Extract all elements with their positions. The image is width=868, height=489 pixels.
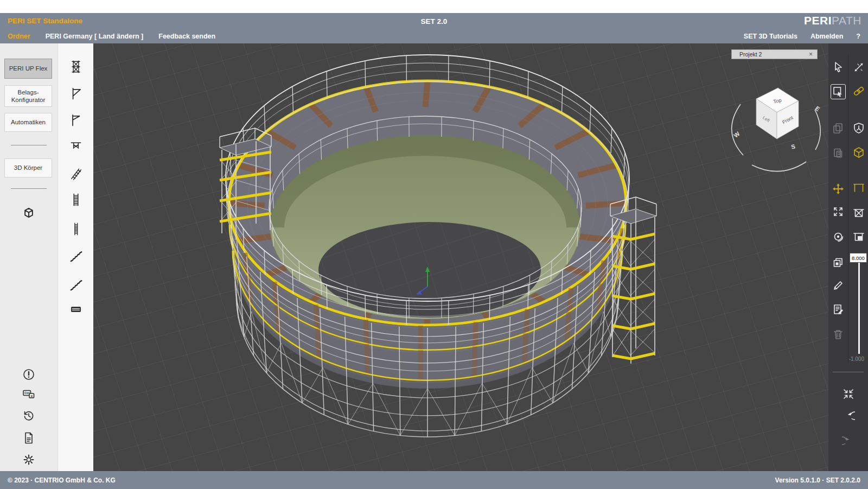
menu-tutorials[interactable]: SET 3D Tutorials: [744, 33, 797, 40]
menu-row: Ordner PERI Germany [ Land ändern ] Feed…: [0, 29, 868, 43]
frame-box-tool-icon[interactable]: [852, 230, 865, 243]
title-row: PERI SET Standalone SET 2.0 PERIPATH: [0, 13, 868, 29]
tool-deck-plank-icon[interactable]: [70, 303, 82, 315]
settings-gear-icon[interactable]: [22, 453, 35, 466]
project-tab-label: Projekt 2: [732, 51, 809, 58]
tool-stair-run-icon[interactable]: [69, 249, 83, 263]
level-slider-value[interactable]: 8.000: [850, 253, 867, 263]
history-icon[interactable]: [22, 409, 35, 422]
version-text: Version 5.0.1.0 · SET 2.0.2.0: [775, 477, 860, 484]
level-slider[interactable]: [858, 263, 860, 354]
tool-console-bracket-icon[interactable]: [69, 86, 83, 100]
top-white-strip: [0, 0, 868, 13]
button-belags-konfigurator[interactable]: Belags-Konfigurator: [4, 85, 52, 107]
menu-country[interactable]: PERI Germany [ Land ändern ]: [46, 33, 144, 40]
tool-frame-connector-icon[interactable]: [69, 139, 83, 154]
document-icon[interactable]: [22, 431, 35, 444]
compass-south[interactable]: S: [790, 143, 796, 150]
document-title: SET 2.0: [0, 17, 868, 26]
copy-tool-icon[interactable]: [832, 122, 845, 135]
3d-box-icon[interactable]: [17, 201, 41, 225]
detach-tool-icon[interactable]: [852, 61, 865, 74]
tool-ladder-narrow-icon[interactable]: [69, 222, 83, 236]
shield-tool-icon[interactable]: [852, 122, 865, 135]
layers-tool-icon[interactable]: [832, 256, 845, 269]
app-header: PERI SET Standalone SET 2.0 PERIPATH Ord…: [0, 13, 868, 43]
viewport-3d[interactable]: Top Left Front W E S Projekt 2 ×: [93, 43, 828, 471]
component-toolbar: [58, 43, 93, 471]
button-peri-up-flex[interactable]: PERI UP Flex: [4, 59, 52, 79]
project-tab[interactable]: Projekt 2 ×: [731, 49, 818, 59]
shortcut-ctrl-x-icon[interactable]: CtrlX: [22, 388, 35, 401]
menu-ordner[interactable]: Ordner: [8, 33, 30, 40]
pencil-tool-icon[interactable]: [832, 279, 845, 292]
brand-secondary: PATH: [832, 14, 861, 27]
center-view-icon[interactable]: [842, 388, 855, 401]
menu-logout[interactable]: Abmelden: [810, 33, 843, 40]
status-bar: © 2023 · CENTRIO GmbH & Co. KG Version 5…: [0, 471, 868, 489]
copyright-text: © 2023 · CENTRIO GmbH & Co. KG: [8, 477, 116, 484]
compass-arc-left: [732, 104, 743, 155]
sidebar-divider: [11, 188, 47, 189]
cube-display-tool-icon[interactable]: [852, 146, 865, 159]
sidebar-divider: [11, 145, 47, 145]
move-tool-icon[interactable]: [832, 182, 845, 195]
fit-view-tool-icon[interactable]: [832, 205, 845, 218]
menu-right: SET 3D Tutorials Abmelden ?: [744, 33, 868, 40]
frame-tool-icon[interactable]: [852, 181, 865, 194]
peripath-logo: PERIPATH: [804, 14, 861, 27]
compass-east[interactable]: E: [814, 105, 821, 112]
left-sidebar: PERI UP Flex Belags-Konfigurator Automat…: [0, 43, 58, 471]
scene-3d-scaffold-tank: Top Left Front W E S: [93, 43, 828, 471]
trash-tool-icon[interactable]: [832, 328, 845, 341]
cursor-tool-icon[interactable]: [832, 61, 845, 74]
tool-ladder-icon[interactable]: [69, 193, 83, 207]
peri-set-window: PERI SET Standalone SET 2.0 PERIPATH Ord…: [0, 0, 868, 489]
button-3d-koerper[interactable]: 3D Körper: [4, 158, 52, 177]
undo-icon[interactable]: [842, 411, 855, 424]
tool-scaffold-frame-icon[interactable]: [69, 60, 83, 74]
toolbar-column-separator: [848, 53, 848, 363]
compass-arc-bottom: [752, 162, 806, 172]
brand-primary: PERI: [804, 14, 832, 27]
menu-help[interactable]: ?: [856, 33, 860, 40]
redo-icon[interactable]: [842, 436, 855, 449]
compass-arc-right: [815, 110, 820, 150]
menu-left: Ordner PERI Germany [ Land ändern ] Feed…: [0, 33, 215, 40]
alert-icon[interactable]: [22, 368, 35, 381]
level-slider-min-label: -1.000: [836, 356, 864, 362]
orbit-tool-icon[interactable]: [832, 230, 845, 243]
link-tool-icon[interactable]: [852, 85, 865, 98]
toolbar-divider: [833, 372, 864, 372]
compass-west[interactable]: W: [732, 130, 741, 139]
right-toolbar: 8.000 -1.000: [828, 43, 868, 471]
tool-side-bracket-icon[interactable]: [69, 113, 83, 127]
edit-document-tool-icon[interactable]: [832, 303, 845, 316]
nav-cube[interactable]: Top Left Front W E S: [732, 88, 821, 172]
box-select-tool-icon[interactable]: [831, 84, 846, 99]
close-icon[interactable]: ×: [809, 50, 817, 58]
menu-feedback[interactable]: Feedback senden: [158, 33, 215, 40]
paste-tool-icon[interactable]: [832, 147, 845, 160]
tool-stair-flight-icon[interactable]: [69, 167, 83, 181]
tool-stair-run-alt-icon[interactable]: [69, 278, 83, 292]
button-automatiken[interactable]: Automatiken: [4, 113, 52, 132]
frame-x-tool-icon[interactable]: [852, 206, 865, 219]
